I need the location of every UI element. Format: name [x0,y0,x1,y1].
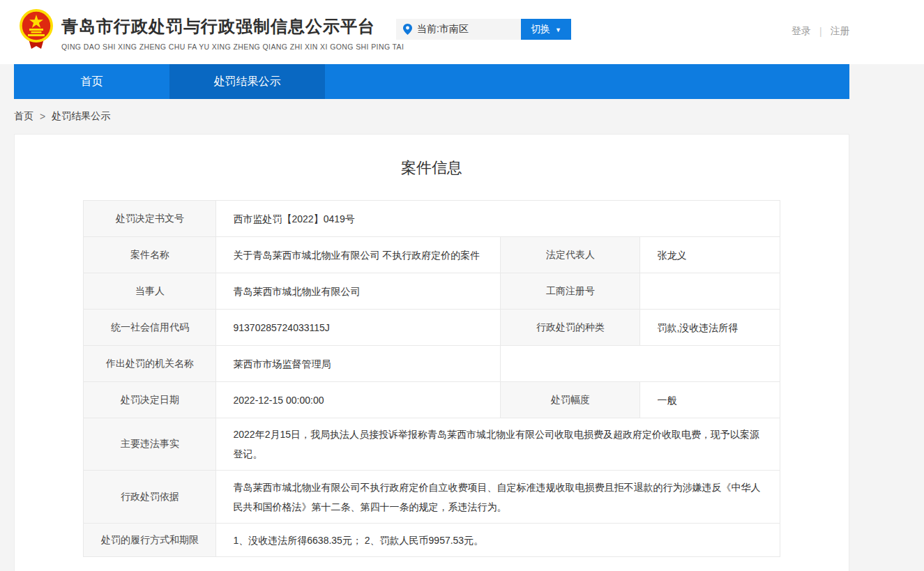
page-header: 青岛市行政处罚与行政强制信息公示平台 QING DAO SHI XING ZHE… [0,0,924,64]
field-label: 案件名称 [84,237,216,273]
field-value: 2022-12-15 00:00:00 [216,382,501,418]
field-label: 处罚的履行方式和期限 [84,524,216,557]
table-row: 处罚决定书文号 西市监处罚【2022】0419号 [84,201,780,237]
breadcrumb-separator: > [40,111,45,122]
table-row: 当事人 青岛莱西市城北物业有限公司 工商注册号 [84,273,780,310]
nav-tab-punishment-results[interactable]: 处罚结果公示 [169,64,325,99]
table-row: 行政处罚依据 青岛莱西市城北物业有限公司不执行政府定价自立收费项目、自定标准违规… [84,471,780,524]
field-label: 行政处罚的种类 [501,310,640,346]
case-info-card: 案件信息 处罚决定书文号 西市监处罚【2022】0419号 案件名称 关于青岛莱… [14,134,849,571]
field-value: 张龙义 [640,237,780,273]
login-link[interactable]: 登录 [792,25,811,38]
field-value: 91370285724033115J [216,310,501,346]
field-label: 作出处罚的机关名称 [84,346,216,382]
field-value: 莱西市市场监督管理局 [216,346,501,382]
auth-divider: | [819,26,822,37]
page-subtitle: QING DAO SHI XING ZHENG CHU FA YU XING Z… [61,43,404,51]
table-row: 主要违法事实 2022年2月15日，我局执法人员接投诉举报称青岛莱西市城北物业有… [84,418,780,471]
field-value: 青岛莱西市城北物业有限公司不执行政府定价自立收费项目、自定标准违规收取电损费且拒… [216,471,780,524]
switch-district-button[interactable]: 切换 ▼ [521,19,571,40]
table-row: 统一社会信用代码 91370285724033115J 行政处罚的种类 罚款,没… [84,310,780,346]
field-label: 当事人 [84,273,216,310]
breadcrumb-home-link[interactable]: 首页 [14,110,33,123]
field-value [501,346,780,382]
page-title: 青岛市行政处罚与行政强制信息公示平台 [61,15,404,38]
table-row: 案件名称 关于青岛莱西市城北物业有限公司 不执行政府定价的案件 法定代表人 张龙… [84,237,780,273]
nav-tab-home[interactable]: 首页 [14,64,169,99]
field-value: 2022年2月15日，我局执法人员接投诉举报称青岛莱西市城北物业有限公司收取电损… [216,418,780,471]
breadcrumb-current: 处罚结果公示 [52,110,110,123]
field-label: 主要违法事实 [84,418,216,471]
main-nav: 首页 处罚结果公示 [14,64,849,99]
field-value: 1、没收违法所得6638.35元； 2、罚款人民币9957.53元。 [216,524,780,557]
auth-links: 登录 | 注册 [792,25,850,38]
chevron-down-icon: ▼ [555,27,561,33]
location-pin-icon [403,24,412,35]
field-label: 统一社会信用代码 [84,310,216,346]
field-value: 青岛莱西市城北物业有限公司 [216,273,501,310]
field-value [640,273,780,310]
case-table: 处罚决定书文号 西市监处罚【2022】0419号 案件名称 关于青岛莱西市城北物… [83,200,780,557]
current-location-bar: 当前:市南区 [396,19,521,40]
field-value: 关于青岛莱西市城北物业有限公司 不执行政府定价的案件 [216,237,501,273]
field-label: 行政处罚依据 [84,471,216,524]
case-info-title: 案件信息 [15,135,849,178]
field-value: 西市监处罚【2022】0419号 [216,201,780,237]
table-row: 作出处罚的机关名称 莱西市市场监督管理局 [84,346,780,382]
field-label: 处罚决定书文号 [84,201,216,237]
national-emblem-logo [19,8,54,52]
field-value: 罚款,没收违法所得 [640,310,780,346]
field-value: 一般 [640,382,780,418]
field-label: 工商注册号 [501,273,640,310]
table-row: 处罚的履行方式和期限 1、没收违法所得6638.35元； 2、罚款人民币9957… [84,524,780,557]
field-label: 处罚决定日期 [84,382,216,418]
field-label: 处罚幅度 [501,382,640,418]
brand-block: 青岛市行政处罚与行政强制信息公示平台 QING DAO SHI XING ZHE… [61,15,404,51]
register-link[interactable]: 注册 [831,25,850,38]
table-row: 处罚决定日期 2022-12-15 00:00:00 处罚幅度 一般 [84,382,780,418]
location-label: 当前:市南区 [417,23,469,36]
field-label: 法定代表人 [501,237,640,273]
breadcrumb: 首页 > 处罚结果公示 [0,99,924,134]
